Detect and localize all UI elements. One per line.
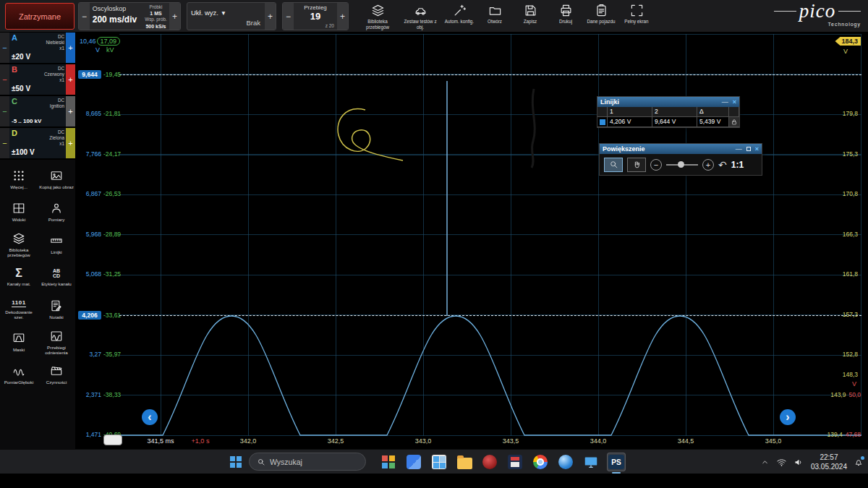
timebase-display[interactable]: Oscyloskop 200 ms/div	[90, 3, 142, 30]
zoom-in-button[interactable]: +	[702, 159, 714, 171]
vehicle-data-button[interactable]: Dane pojazdu	[584, 1, 618, 32]
notes-button[interactable]: Notatki	[38, 294, 75, 326]
spreadsheet-app-icon[interactable]	[430, 453, 448, 471]
left-axis-tick: 4,206-33,61	[78, 311, 130, 320]
timebase-decrease-button[interactable]: −	[79, 3, 90, 30]
waveform-library-sidebar-button[interactable]: Biblioteka przebiegów	[0, 228, 38, 261]
math-channels-button[interactable]: Σ Kanały mat.	[0, 261, 38, 294]
save-button[interactable]: Zapisz	[514, 1, 547, 32]
deepmeasure-button[interactable]: PomiarGłęboki	[0, 359, 38, 391]
rulers-button[interactable]: Linijki	[38, 228, 75, 261]
red-circle-app-icon[interactable]	[480, 453, 499, 471]
trigger-settings[interactable]: Ukł. wyz. ▾ Brak	[187, 3, 265, 30]
channel-d-range-decrease-button[interactable]: −	[0, 128, 9, 158]
channel-c-settings[interactable]: C DCIgnition -5 .. 100 kV	[9, 96, 66, 127]
measurements-button[interactable]: Pomiary	[38, 196, 75, 228]
auto-setup-button[interactable]: Autom. konfig.	[443, 1, 476, 32]
waveform-next-button[interactable]: +	[337, 3, 348, 30]
chrome-icon[interactable]	[531, 453, 550, 471]
channel-b-range: ±50 V	[12, 85, 30, 93]
trigger-add-button[interactable]: +	[265, 3, 276, 30]
picoscope-window: Zatrzymane − Oscyloskop 200 ms/div Próbk…	[0, 0, 868, 488]
channel-d-settings[interactable]: D DCZielonax1 ±100 V	[9, 128, 66, 158]
copy-as-image-button[interactable]: Kopiuj jako obraz	[38, 163, 75, 196]
browser-globe-icon[interactable]	[556, 453, 575, 471]
right-axis-tick: 179,8	[814, 110, 858, 117]
zoom-select-button[interactable]	[604, 158, 623, 172]
pan-hand-button[interactable]	[627, 158, 646, 172]
timebase-increase-button[interactable]: +	[169, 3, 180, 30]
channel-c-range-increase-button[interactable]: +	[66, 96, 75, 127]
channel-c-range: -5 .. 100 kV	[12, 118, 41, 124]
channel-a-range-increase-button[interactable]: +	[66, 33, 75, 63]
zoom-undo-button[interactable]: ↶	[718, 160, 727, 170]
taskbar-clock[interactable]: 22:57 03.05.2024	[811, 453, 847, 471]
more-button[interactable]: Więcej...	[0, 163, 38, 196]
alarms-actions-button[interactable]: Czynności	[38, 359, 75, 391]
reference-waveforms-button[interactable]: Przebiegi odniesienia	[38, 326, 75, 359]
clipboard-icon	[595, 4, 608, 17]
masks-button[interactable]: Maski	[0, 326, 38, 359]
scroll-left-button[interactable]: ‹	[142, 409, 158, 425]
x-axis-tick: 343,0	[415, 437, 432, 445]
pen-annotation-yellow	[338, 109, 403, 160]
waveform-library-button[interactable]: Biblioteka przebiegów	[357, 1, 398, 32]
channel-b-settings[interactable]: B DCCzerwonyx1 ±50 V	[9, 64, 66, 95]
serial-decoding-button[interactable]: 1101 Dekodowanie szer.	[0, 294, 38, 326]
search-input[interactable]	[270, 458, 349, 466]
picoscope-taskbar-icon[interactable]: PS	[607, 453, 626, 471]
ruler-handle-1[interactable]: 4,206	[78, 311, 101, 320]
x-axis-tick: 342,5	[328, 437, 344, 445]
timeline-scroll-handle[interactable]	[103, 435, 122, 445]
volume-icon[interactable]	[793, 457, 804, 468]
rulers-panel-titlebar[interactable]: Linijki — ×	[597, 97, 739, 107]
tray-overflow-chevron[interactable]	[760, 458, 770, 467]
zoom-panel-close-button[interactable]: ×	[755, 146, 759, 153]
ruler-handle-2[interactable]: 9,644	[78, 70, 101, 79]
notifications-button[interactable]	[854, 457, 864, 467]
blue-app-icon[interactable]	[404, 453, 423, 471]
zoom-slider-knob[interactable]	[678, 161, 684, 168]
zoom-panel-minimize-button[interactable]: —	[736, 146, 742, 153]
guided-tests-button[interactable]: Zestaw testów z obj.	[400, 1, 441, 32]
waveform-prev-button[interactable]: −	[283, 3, 294, 30]
right-axis-marker-chip[interactable]: 184,3	[835, 37, 861, 46]
mask-icon	[12, 332, 25, 345]
zoom-out-button[interactable]: −	[650, 159, 662, 171]
zoom-panel-titlebar[interactable]: Powiększenie — ×	[600, 144, 762, 154]
pico-technology-logo: pico Technology	[774, 1, 861, 27]
channel-c-range-decrease-button[interactable]: −	[0, 96, 9, 127]
file-explorer-icon[interactable]	[455, 453, 474, 471]
scroll-right-button[interactable]: ›	[780, 409, 796, 425]
more-grid-icon	[12, 169, 25, 182]
channel-a-range-decrease-button[interactable]: −	[0, 33, 9, 63]
floppy-app-icon[interactable]	[506, 453, 524, 471]
zoom-panel-restore-icon[interactable]	[746, 147, 751, 151]
ruler-value-1: 4,206 V	[608, 117, 652, 127]
colored-grid-app-icon[interactable]	[379, 453, 398, 471]
notes-icon	[50, 299, 63, 312]
print-button[interactable]: Drukuj	[549, 1, 582, 32]
fullscreen-button[interactable]: Pełny ekran	[620, 1, 653, 32]
display-app-icon[interactable]	[582, 453, 600, 471]
channel-b-range-decrease-button[interactable]: −	[0, 64, 9, 95]
channel-a-settings[interactable]: A DCNiebieskix1 ±20 V	[9, 33, 66, 63]
channel-b-range-increase-button[interactable]: +	[66, 64, 75, 95]
wifi-icon[interactable]	[776, 457, 787, 468]
scope-view: 10,4617,09 VkV 9,644-19,45 8,665-21,81 7…	[76, 33, 868, 449]
rulers-panel-close-button[interactable]: ×	[733, 99, 736, 106]
channel-d-range-increase-button[interactable]: +	[66, 128, 75, 158]
left-axis-tick: 5,968-28,89	[78, 231, 130, 238]
views-button[interactable]: Widoki	[0, 196, 38, 228]
save-icon	[524, 4, 537, 17]
stop-button[interactable]: Zatrzymane	[5, 3, 75, 30]
rulers-panel-minimize-button[interactable]: —	[722, 99, 728, 106]
channel-labels-button[interactable]: ABCD Etykiety kanału	[38, 261, 75, 294]
channel-labels-icon: ABCD	[53, 268, 60, 279]
taskbar-search[interactable]	[249, 453, 366, 471]
channel-d-range: ±100 V	[12, 148, 35, 156]
start-button[interactable]	[230, 456, 242, 468]
open-button[interactable]: Otwórz	[478, 1, 511, 32]
ruler-lock-button[interactable]	[729, 117, 739, 127]
zoom-slider[interactable]	[666, 164, 698, 166]
